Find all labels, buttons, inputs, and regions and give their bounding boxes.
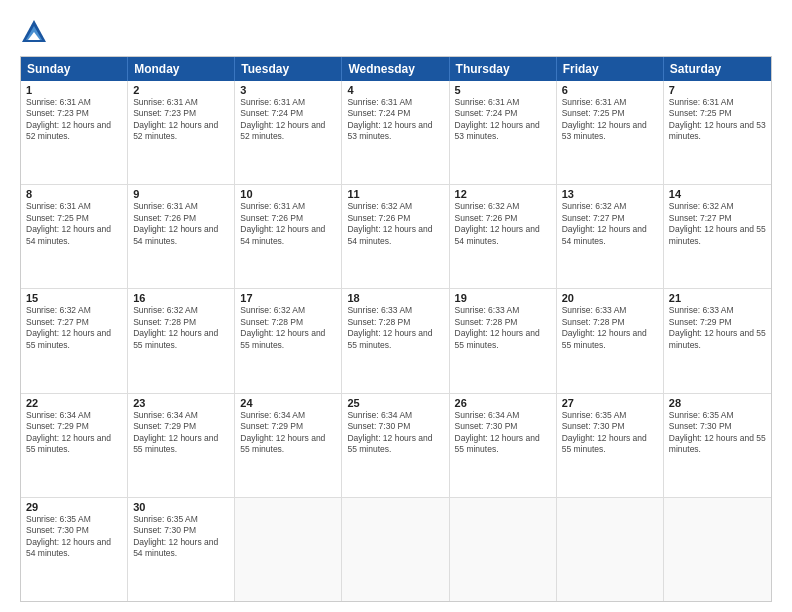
calendar-cell: 26Sunrise: 6:34 AMSunset: 7:30 PMDayligh… bbox=[450, 394, 557, 497]
calendar-cell: 24Sunrise: 6:34 AMSunset: 7:29 PMDayligh… bbox=[235, 394, 342, 497]
day-number: 7 bbox=[669, 84, 766, 96]
logo-icon bbox=[20, 18, 48, 46]
day-number: 13 bbox=[562, 188, 658, 200]
calendar-cell: 2Sunrise: 6:31 AMSunset: 7:23 PMDaylight… bbox=[128, 81, 235, 184]
cell-info: Sunrise: 6:35 AMSunset: 7:30 PMDaylight:… bbox=[669, 410, 766, 456]
calendar-cell: 1Sunrise: 6:31 AMSunset: 7:23 PMDaylight… bbox=[21, 81, 128, 184]
calendar-cell: 22Sunrise: 6:34 AMSunset: 7:29 PMDayligh… bbox=[21, 394, 128, 497]
day-number: 9 bbox=[133, 188, 229, 200]
calendar-row: 22Sunrise: 6:34 AMSunset: 7:29 PMDayligh… bbox=[21, 393, 771, 497]
cell-info: Sunrise: 6:33 AMSunset: 7:28 PMDaylight:… bbox=[455, 305, 551, 351]
day-number: 28 bbox=[669, 397, 766, 409]
day-number: 27 bbox=[562, 397, 658, 409]
calendar-cell: 5Sunrise: 6:31 AMSunset: 7:24 PMDaylight… bbox=[450, 81, 557, 184]
cell-info: Sunrise: 6:34 AMSunset: 7:29 PMDaylight:… bbox=[133, 410, 229, 456]
day-number: 17 bbox=[240, 292, 336, 304]
calendar-cell: 11Sunrise: 6:32 AMSunset: 7:26 PMDayligh… bbox=[342, 185, 449, 288]
cal-header-cell: Friday bbox=[557, 57, 664, 81]
day-number: 20 bbox=[562, 292, 658, 304]
page: SundayMondayTuesdayWednesdayThursdayFrid… bbox=[0, 0, 792, 612]
cell-info: Sunrise: 6:31 AMSunset: 7:24 PMDaylight:… bbox=[455, 97, 551, 143]
cell-info: Sunrise: 6:31 AMSunset: 7:25 PMDaylight:… bbox=[26, 201, 122, 247]
day-number: 6 bbox=[562, 84, 658, 96]
cell-info: Sunrise: 6:31 AMSunset: 7:24 PMDaylight:… bbox=[347, 97, 443, 143]
logo bbox=[20, 18, 52, 46]
day-number: 10 bbox=[240, 188, 336, 200]
cell-info: Sunrise: 6:32 AMSunset: 7:27 PMDaylight:… bbox=[26, 305, 122, 351]
cell-info: Sunrise: 6:31 AMSunset: 7:25 PMDaylight:… bbox=[562, 97, 658, 143]
calendar-cell: 13Sunrise: 6:32 AMSunset: 7:27 PMDayligh… bbox=[557, 185, 664, 288]
calendar-cell: 6Sunrise: 6:31 AMSunset: 7:25 PMDaylight… bbox=[557, 81, 664, 184]
calendar-row: 8Sunrise: 6:31 AMSunset: 7:25 PMDaylight… bbox=[21, 184, 771, 288]
calendar-cell bbox=[664, 498, 771, 601]
day-number: 14 bbox=[669, 188, 766, 200]
calendar-cell: 29Sunrise: 6:35 AMSunset: 7:30 PMDayligh… bbox=[21, 498, 128, 601]
day-number: 22 bbox=[26, 397, 122, 409]
cell-info: Sunrise: 6:32 AMSunset: 7:26 PMDaylight:… bbox=[347, 201, 443, 247]
calendar-cell: 28Sunrise: 6:35 AMSunset: 7:30 PMDayligh… bbox=[664, 394, 771, 497]
calendar-cell: 25Sunrise: 6:34 AMSunset: 7:30 PMDayligh… bbox=[342, 394, 449, 497]
cell-info: Sunrise: 6:31 AMSunset: 7:26 PMDaylight:… bbox=[133, 201, 229, 247]
cell-info: Sunrise: 6:34 AMSunset: 7:29 PMDaylight:… bbox=[240, 410, 336, 456]
cell-info: Sunrise: 6:34 AMSunset: 7:30 PMDaylight:… bbox=[347, 410, 443, 456]
cal-header-cell: Thursday bbox=[450, 57, 557, 81]
day-number: 2 bbox=[133, 84, 229, 96]
day-number: 30 bbox=[133, 501, 229, 513]
calendar-cell: 15Sunrise: 6:32 AMSunset: 7:27 PMDayligh… bbox=[21, 289, 128, 392]
calendar-cell: 7Sunrise: 6:31 AMSunset: 7:25 PMDaylight… bbox=[664, 81, 771, 184]
day-number: 25 bbox=[347, 397, 443, 409]
cell-info: Sunrise: 6:34 AMSunset: 7:29 PMDaylight:… bbox=[26, 410, 122, 456]
cal-header-cell: Sunday bbox=[21, 57, 128, 81]
calendar-cell: 19Sunrise: 6:33 AMSunset: 7:28 PMDayligh… bbox=[450, 289, 557, 392]
cell-info: Sunrise: 6:33 AMSunset: 7:28 PMDaylight:… bbox=[562, 305, 658, 351]
calendar-cell: 3Sunrise: 6:31 AMSunset: 7:24 PMDaylight… bbox=[235, 81, 342, 184]
calendar-cell: 30Sunrise: 6:35 AMSunset: 7:30 PMDayligh… bbox=[128, 498, 235, 601]
calendar-cell: 18Sunrise: 6:33 AMSunset: 7:28 PMDayligh… bbox=[342, 289, 449, 392]
day-number: 3 bbox=[240, 84, 336, 96]
calendar-row: 29Sunrise: 6:35 AMSunset: 7:30 PMDayligh… bbox=[21, 497, 771, 601]
calendar-cell bbox=[557, 498, 664, 601]
cell-info: Sunrise: 6:31 AMSunset: 7:23 PMDaylight:… bbox=[133, 97, 229, 143]
cal-header-cell: Saturday bbox=[664, 57, 771, 81]
cal-header-cell: Tuesday bbox=[235, 57, 342, 81]
calendar-cell: 27Sunrise: 6:35 AMSunset: 7:30 PMDayligh… bbox=[557, 394, 664, 497]
day-number: 29 bbox=[26, 501, 122, 513]
calendar-row: 1Sunrise: 6:31 AMSunset: 7:23 PMDaylight… bbox=[21, 81, 771, 184]
cell-info: Sunrise: 6:35 AMSunset: 7:30 PMDaylight:… bbox=[26, 514, 122, 560]
calendar-header: SundayMondayTuesdayWednesdayThursdayFrid… bbox=[21, 57, 771, 81]
calendar-cell: 23Sunrise: 6:34 AMSunset: 7:29 PMDayligh… bbox=[128, 394, 235, 497]
cell-info: Sunrise: 6:32 AMSunset: 7:26 PMDaylight:… bbox=[455, 201, 551, 247]
cell-info: Sunrise: 6:34 AMSunset: 7:30 PMDaylight:… bbox=[455, 410, 551, 456]
day-number: 4 bbox=[347, 84, 443, 96]
cell-info: Sunrise: 6:31 AMSunset: 7:26 PMDaylight:… bbox=[240, 201, 336, 247]
calendar-cell bbox=[342, 498, 449, 601]
day-number: 24 bbox=[240, 397, 336, 409]
day-number: 5 bbox=[455, 84, 551, 96]
calendar-row: 15Sunrise: 6:32 AMSunset: 7:27 PMDayligh… bbox=[21, 288, 771, 392]
cell-info: Sunrise: 6:32 AMSunset: 7:27 PMDaylight:… bbox=[669, 201, 766, 247]
day-number: 15 bbox=[26, 292, 122, 304]
day-number: 23 bbox=[133, 397, 229, 409]
cell-info: Sunrise: 6:32 AMSunset: 7:27 PMDaylight:… bbox=[562, 201, 658, 247]
day-number: 11 bbox=[347, 188, 443, 200]
cal-header-cell: Wednesday bbox=[342, 57, 449, 81]
calendar-body: 1Sunrise: 6:31 AMSunset: 7:23 PMDaylight… bbox=[21, 81, 771, 601]
day-number: 12 bbox=[455, 188, 551, 200]
calendar-cell: 17Sunrise: 6:32 AMSunset: 7:28 PMDayligh… bbox=[235, 289, 342, 392]
day-number: 8 bbox=[26, 188, 122, 200]
cell-info: Sunrise: 6:33 AMSunset: 7:28 PMDaylight:… bbox=[347, 305, 443, 351]
cell-info: Sunrise: 6:33 AMSunset: 7:29 PMDaylight:… bbox=[669, 305, 766, 351]
cell-info: Sunrise: 6:31 AMSunset: 7:24 PMDaylight:… bbox=[240, 97, 336, 143]
calendar: SundayMondayTuesdayWednesdayThursdayFrid… bbox=[20, 56, 772, 602]
cal-header-cell: Monday bbox=[128, 57, 235, 81]
calendar-cell: 16Sunrise: 6:32 AMSunset: 7:28 PMDayligh… bbox=[128, 289, 235, 392]
calendar-cell bbox=[450, 498, 557, 601]
calendar-cell: 8Sunrise: 6:31 AMSunset: 7:25 PMDaylight… bbox=[21, 185, 128, 288]
header bbox=[20, 18, 772, 46]
calendar-cell: 20Sunrise: 6:33 AMSunset: 7:28 PMDayligh… bbox=[557, 289, 664, 392]
calendar-cell: 10Sunrise: 6:31 AMSunset: 7:26 PMDayligh… bbox=[235, 185, 342, 288]
cell-info: Sunrise: 6:32 AMSunset: 7:28 PMDaylight:… bbox=[133, 305, 229, 351]
day-number: 16 bbox=[133, 292, 229, 304]
calendar-cell: 21Sunrise: 6:33 AMSunset: 7:29 PMDayligh… bbox=[664, 289, 771, 392]
cell-info: Sunrise: 6:32 AMSunset: 7:28 PMDaylight:… bbox=[240, 305, 336, 351]
